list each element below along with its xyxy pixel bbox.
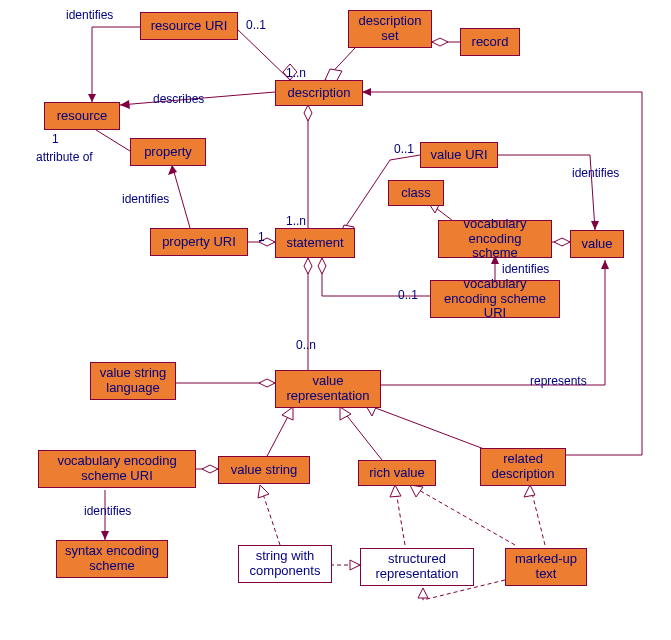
edge-label-identifies3: identifies	[572, 166, 619, 180]
node-label: record	[472, 35, 509, 50]
node-label: property	[144, 145, 192, 160]
node-label: related description	[487, 452, 559, 482]
node-label: property URI	[162, 235, 236, 250]
node-record: record	[460, 28, 520, 56]
node-vocab-enc-scheme-uri: vocabulary encoding scheme URI	[430, 280, 560, 318]
svg-marker-28	[524, 485, 535, 497]
svg-marker-9	[591, 221, 599, 230]
node-label: resource	[57, 109, 108, 124]
edge-mult-0n: 0..n	[296, 338, 316, 352]
node-label: value representation	[282, 374, 374, 404]
edge-label-identifies: identifies	[66, 8, 113, 22]
node-label: rich value	[369, 466, 425, 481]
edge-label-identifies2: identifies	[122, 192, 169, 206]
edge-label-identifies4: identifies	[502, 262, 549, 276]
node-label: description set	[355, 14, 425, 44]
node-marked-up-text: marked-up text	[505, 548, 587, 586]
node-label: value URI	[430, 148, 487, 163]
node-resource-uri: resource URI	[140, 12, 238, 40]
node-statement: statement	[275, 228, 355, 258]
node-value-string-language: value string language	[90, 362, 176, 400]
node-label: value	[581, 237, 612, 252]
node-value-representation: value representation	[275, 370, 381, 408]
svg-marker-2	[432, 38, 448, 46]
svg-marker-18	[340, 407, 351, 420]
node-value: value	[570, 230, 624, 258]
svg-marker-20	[362, 88, 371, 96]
edge-mult-01-ves: 0..1	[398, 288, 418, 302]
svg-marker-25	[350, 560, 360, 570]
node-string-with-components: string with components	[238, 545, 332, 583]
node-value-string: value string	[218, 456, 310, 484]
edge-label-represents: represents	[530, 374, 587, 388]
edge-mult-01-vuri: 0..1	[394, 142, 414, 156]
edge-mult-1n: 1..n	[286, 66, 306, 80]
edge-mult-1-prop: 1	[258, 230, 265, 244]
node-property: property	[130, 138, 206, 166]
edge-label-describes: describes	[153, 92, 204, 106]
edge-mult: 0..1	[246, 18, 266, 32]
node-vocab-enc-scheme-uri-2: vocabulary encoding scheme URI	[38, 450, 196, 488]
svg-marker-4	[120, 100, 130, 109]
svg-marker-17	[282, 407, 293, 420]
edge-label-attributeof: attribute of	[36, 150, 93, 164]
svg-marker-23	[258, 485, 269, 498]
node-structured-representation: structured representation	[360, 548, 474, 586]
node-resource: resource	[44, 102, 120, 130]
node-class: class	[388, 180, 444, 206]
node-value-uri: value URI	[420, 142, 498, 168]
node-rich-value: rich value	[358, 460, 436, 486]
edge-mult-one: 1	[52, 132, 59, 146]
node-label: vocabulary encoding scheme	[445, 217, 545, 262]
node-label: vocabulary encoding scheme URI	[45, 454, 189, 484]
svg-marker-26	[410, 485, 423, 497]
node-label: value string language	[97, 366, 169, 396]
svg-marker-0	[88, 94, 96, 102]
node-label: statement	[286, 236, 343, 251]
node-syntax-encoding-scheme: syntax encoding scheme	[56, 540, 168, 578]
node-label: string with components	[245, 549, 325, 579]
node-label: vocabulary encoding scheme URI	[437, 277, 553, 322]
node-description-set: description set	[348, 10, 432, 48]
node-label: structured representation	[367, 552, 467, 582]
svg-marker-27	[418, 588, 428, 598]
node-label: marked-up text	[512, 552, 580, 582]
node-property-uri: property URI	[150, 228, 248, 256]
node-related-description: related description	[480, 448, 566, 486]
svg-marker-15	[601, 260, 609, 269]
svg-marker-13	[318, 258, 326, 274]
node-label: resource URI	[151, 19, 228, 34]
svg-marker-5	[168, 165, 177, 175]
svg-marker-22	[101, 531, 109, 540]
uml-diagram: resource URI description set record reso…	[0, 0, 671, 640]
svg-marker-11	[554, 238, 570, 246]
edge-mult-1n-stmt: 1..n	[286, 214, 306, 228]
svg-marker-16	[259, 379, 275, 387]
svg-marker-14	[304, 258, 312, 274]
edge-label-identifies5: identifies	[84, 504, 131, 518]
svg-marker-21	[202, 465, 218, 473]
node-label: description	[288, 86, 351, 101]
node-label: class	[401, 186, 431, 201]
svg-marker-24	[390, 485, 401, 497]
node-label: value string	[231, 463, 297, 478]
node-description: description	[275, 80, 363, 106]
node-label: syntax encoding scheme	[63, 544, 161, 574]
node-vocab-enc-scheme: vocabulary encoding scheme	[438, 220, 552, 258]
svg-marker-7	[304, 105, 312, 121]
